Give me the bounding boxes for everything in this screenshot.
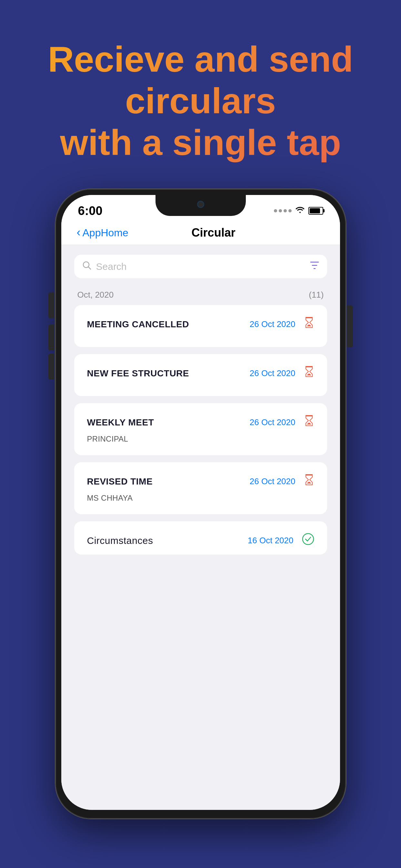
card-date: 26 Oct 2020 — [250, 368, 296, 378]
hero-title-line2: with a single tap — [60, 122, 341, 163]
check-circle-icon — [302, 533, 314, 548]
chevron-left-icon: ‹ — [77, 226, 81, 238]
card-row: MEETING CANCELLED 26 Oct 2020 — [87, 317, 314, 332]
status-time: 6:00 — [78, 204, 103, 218]
phone-screen: 6:00 — [61, 195, 340, 810]
status-icons — [274, 206, 323, 216]
card-subtitle: MS CHHAYA — [87, 494, 314, 503]
phone-notch — [156, 195, 246, 216]
nav-bar: ‹ AppHome Circular — [61, 221, 340, 245]
card-title: Circumstances — [87, 535, 153, 546]
svg-point-2 — [303, 534, 313, 545]
circular-card[interactable]: WEEKLY MEET 26 Oct 2020 — [74, 403, 327, 455]
circular-card[interactable]: REVISED TIME 26 Oct 2020 — [74, 462, 327, 514]
filter-icon[interactable] — [310, 261, 320, 272]
hero-title: Recieve and send circulars with a single… — [26, 39, 375, 163]
svg-line-1 — [88, 267, 91, 270]
hourglass-icon — [304, 366, 314, 381]
content-area: Search Oct, 2020 (11) MEETING — [61, 245, 340, 810]
section-count: (11) — [309, 290, 324, 300]
phone-container: 6:00 — [0, 189, 401, 818]
card-row: NEW FEE STRUCTURE 26 Oct 2020 — [87, 366, 314, 381]
card-date: 26 Oct 2020 — [250, 319, 296, 329]
hero-title-line1: Recieve and send circulars — [48, 39, 353, 121]
circular-card[interactable]: MEETING CANCELLED 26 Oct 2020 — [74, 305, 327, 347]
section-month: Oct, 2020 — [77, 290, 114, 300]
hourglass-icon — [304, 474, 314, 489]
back-label: AppHome — [82, 227, 128, 239]
card-title: WEEKLY MEET — [87, 417, 154, 428]
card-row: REVISED TIME 26 Oct 2020 — [87, 474, 314, 489]
card-title: MEETING CANCELLED — [87, 319, 189, 330]
card-row: WEEKLY MEET 26 Oct 2020 — [87, 415, 314, 430]
hero-section: Recieve and send circulars with a single… — [0, 0, 401, 183]
card-title: NEW FEE STRUCTURE — [87, 368, 189, 379]
circular-card[interactable]: Circumstances 16 Oct 2020 — [74, 521, 327, 555]
card-title: REVISED TIME — [87, 476, 153, 487]
hourglass-icon — [304, 317, 314, 332]
page-title: Circular — [128, 226, 299, 240]
card-date: 16 Oct 2020 — [248, 535, 294, 546]
card-date: 26 Oct 2020 — [250, 476, 296, 487]
signal-icon — [274, 209, 292, 212]
search-bar[interactable]: Search — [74, 255, 327, 278]
card-date: 26 Oct 2020 — [250, 417, 296, 427]
card-subtitle: PRINCIPAL — [87, 434, 314, 443]
search-input[interactable]: Search — [96, 261, 305, 272]
front-camera — [197, 201, 204, 208]
section-header: Oct, 2020 (11) — [74, 287, 327, 305]
card-row: Circumstances 16 Oct 2020 — [87, 533, 314, 548]
phone-frame: 6:00 — [56, 189, 346, 818]
circular-card[interactable]: NEW FEE STRUCTURE 26 Oct 2020 — [74, 354, 327, 396]
wifi-icon — [295, 206, 305, 216]
search-icon — [82, 260, 92, 273]
battery-icon — [308, 207, 323, 215]
back-button[interactable]: ‹ AppHome — [77, 227, 128, 239]
hourglass-icon — [304, 415, 314, 430]
